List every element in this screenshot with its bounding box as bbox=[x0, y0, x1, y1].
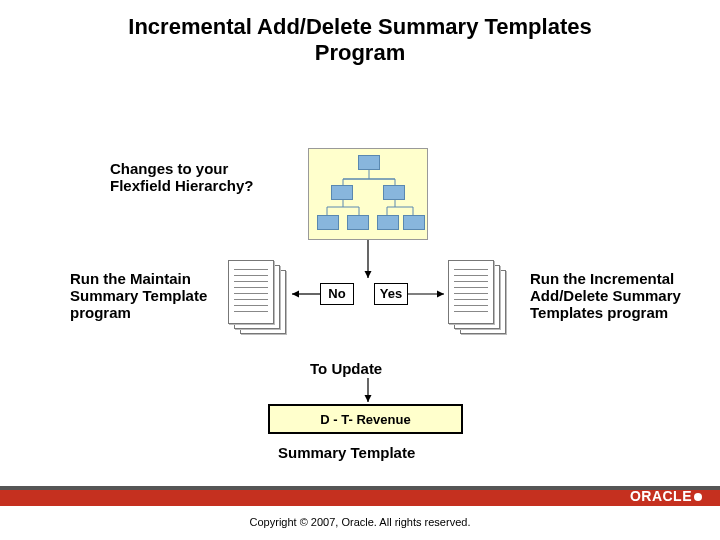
left-line3: program bbox=[70, 304, 131, 321]
footer-bar bbox=[0, 488, 720, 506]
right-line1: Run the Incremental bbox=[530, 270, 674, 287]
oracle-logo-text: ORACLE bbox=[630, 488, 692, 504]
left-action-text: Run the Maintain Summary Template progra… bbox=[70, 270, 220, 321]
question-line2: Flexfield Hierarchy? bbox=[110, 177, 253, 194]
slide-title: Incremental Add/Delete Summary Templates… bbox=[0, 14, 720, 67]
document-stack-icon bbox=[448, 260, 508, 340]
left-line2: Summary Template bbox=[70, 287, 207, 304]
yes-box: Yes bbox=[374, 283, 408, 305]
summary-template-label: Summary Template bbox=[278, 444, 415, 461]
slide-canvas: Incremental Add/Delete Summary Templates… bbox=[0, 0, 720, 540]
no-box: No bbox=[320, 283, 354, 305]
title-line2: Program bbox=[315, 40, 405, 65]
copyright-text: Copyright © 2007, Oracle. All rights res… bbox=[0, 516, 720, 528]
to-update-label: To Update bbox=[310, 360, 382, 377]
revenue-box: D - T- Revenue bbox=[268, 404, 463, 434]
hierarchy-chart bbox=[308, 148, 428, 240]
left-line1: Run the Maintain bbox=[70, 270, 191, 287]
oracle-logo-dot-icon bbox=[694, 493, 702, 501]
right-action-text: Run the Incremental Add/Delete Summary T… bbox=[530, 270, 700, 321]
question-line1: Changes to your bbox=[110, 160, 228, 177]
title-line1: Incremental Add/Delete Summary Templates bbox=[128, 14, 591, 39]
document-stack-icon bbox=[228, 260, 288, 340]
right-line3: Templates program bbox=[530, 304, 668, 321]
right-line2: Add/Delete Summary bbox=[530, 287, 681, 304]
oracle-logo: ORACLE bbox=[630, 488, 702, 504]
question-text: Changes to your Flexfield Hierarchy? bbox=[110, 160, 295, 194]
